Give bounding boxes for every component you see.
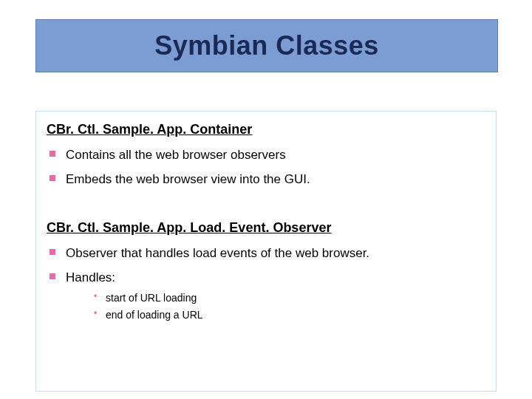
sublist-item: end of loading a URL: [91, 307, 485, 324]
slide: Symbian Classes CBr. Ctl. Sample. App. C…: [0, 0, 532, 399]
list-item: Embeds the web browser view into the GUI…: [47, 168, 485, 192]
list-item-text: Handles:: [66, 270, 115, 284]
sublist-item: start of URL loading: [91, 290, 485, 307]
list-item: Observer that handles load events of the…: [47, 242, 485, 266]
section2-heading: CBr. Ctl. Sample. App. Load. Event. Obse…: [47, 220, 485, 236]
title-text: Symbian Classes: [154, 30, 379, 61]
title-bar: Symbian Classes: [35, 19, 498, 72]
content-box: CBr. Ctl. Sample. App. Container Contain…: [35, 111, 497, 392]
list-item: Contains all the web browser observers: [47, 143, 485, 168]
section2-list: Observer that handles load events of the…: [47, 242, 485, 327]
section1-heading: CBr. Ctl. Sample. App. Container: [47, 122, 485, 137]
list-item: Handles: start of URL loading end of loa…: [47, 266, 485, 327]
section1-list: Contains all the web browser observers E…: [47, 143, 485, 192]
section2-sublist: start of URL loading end of loading a UR…: [66, 290, 485, 324]
